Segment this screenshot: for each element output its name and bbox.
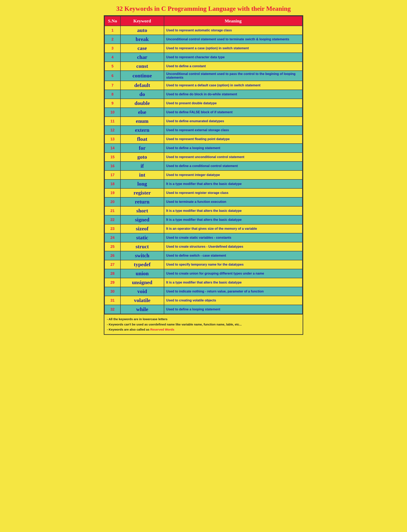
cell-meaning: It is a type modifier that alters the ba… — [164, 179, 302, 188]
cell-sno: 13 — [105, 135, 120, 144]
table-row: 14forUsed to define a looping statement — [105, 144, 302, 153]
table-row: 12externUsed to represent external stora… — [105, 126, 302, 135]
table-row: 13floatUsed to represent floating point … — [105, 135, 302, 144]
cell-meaning: Unconditional control statement used to … — [164, 35, 302, 44]
cell-sno: 16 — [105, 161, 120, 170]
table-row: 11enumUsed to define enumarated datatype… — [105, 117, 302, 126]
cell-meaning: Used to indicate nothing - return value,… — [164, 287, 302, 296]
page-title: 32 Keywords in C Programming Language wi… — [104, 2, 303, 15]
cell-sno: 18 — [105, 179, 120, 188]
footer-line2: - Keywords can't be used as userdefined … — [107, 322, 300, 327]
cell-meaning: Used to represent external storage class — [164, 126, 302, 135]
cell-meaning: Used to present double datatype — [164, 99, 302, 108]
cell-keyword: void — [120, 287, 164, 296]
cell-keyword: char — [120, 53, 164, 62]
table-row: 18longIt is a type modifier that alters … — [105, 179, 302, 188]
cell-sno: 15 — [105, 153, 120, 161]
cell-meaning: Used to represent a default case (option… — [164, 81, 302, 90]
cell-sno: 11 — [105, 117, 120, 126]
cell-sno: 28 — [105, 269, 120, 278]
cell-keyword: signed — [120, 215, 164, 224]
cell-meaning: Used to represent a case (option) in swi… — [164, 44, 302, 53]
cell-meaning: Used to define a looping statement — [164, 305, 302, 314]
table-row: 29unsignedIt is a type modifier that alt… — [105, 278, 302, 287]
cell-keyword: for — [120, 144, 164, 153]
cell-meaning: Used to represent floating point datatyp… — [164, 135, 302, 144]
table-row: 1autoUsed to represent automatic storage… — [105, 26, 302, 35]
cell-meaning: Used to define enumarated datatypes — [164, 117, 302, 126]
cell-sno: 22 — [105, 215, 120, 224]
cell-keyword: goto — [120, 153, 164, 161]
cell-keyword: double — [120, 99, 164, 108]
table-row: 6continueUnconditional control statement… — [105, 71, 302, 81]
table-row: 10elseUsed to define FALSE block of if s… — [105, 108, 302, 117]
cell-keyword: auto — [120, 26, 164, 35]
cell-sno: 26 — [105, 251, 120, 260]
table-row: 28unionUsed to create union for grouping… — [105, 269, 302, 278]
cell-keyword: return — [120, 197, 164, 206]
header-keyword: Keyword — [120, 16, 164, 26]
cell-meaning: Used to define switch - case statement — [164, 251, 302, 260]
cell-meaning: Used to define FALSE block of if stateme… — [164, 108, 302, 117]
cell-meaning: Used to represent unconditional control … — [164, 153, 302, 161]
cell-meaning: Used to represent integer datatype — [164, 170, 302, 179]
footer-line1: - All the keywords are in lowercase lett… — [107, 316, 300, 322]
table-row: 4charUsed to represent character data ty… — [105, 53, 302, 62]
table-row: 23sizeofIt is an operator that gives siz… — [105, 224, 302, 233]
table-row: 8doUsed to define do block in do-while s… — [105, 90, 302, 99]
header-sno: S.No — [105, 16, 120, 26]
cell-sno: 30 — [105, 287, 120, 296]
cell-keyword: break — [120, 35, 164, 44]
cell-meaning: It is a type modifier that alters the ba… — [164, 206, 302, 215]
cell-meaning: Used to create structures - Userdefined … — [164, 242, 302, 251]
cell-meaning: Used to create union for grouping differ… — [164, 269, 302, 278]
table-row: 15gotoUsed to represent unconditional co… — [105, 153, 302, 161]
table-row: 31volatileUsed to creating volatile obje… — [105, 296, 302, 305]
cell-meaning: Used to create static variables - consta… — [164, 233, 302, 242]
cell-meaning: It is a type modifier that alters the ba… — [164, 215, 302, 224]
cell-keyword: sizeof — [120, 224, 164, 233]
cell-meaning: Used to define do block in do-while stat… — [164, 90, 302, 99]
cell-sno: 14 — [105, 144, 120, 153]
footer-line3: - Keywords are also called as Reserved W… — [107, 327, 300, 332]
cell-sno: 10 — [105, 108, 120, 117]
cell-meaning: Used to define a constant — [164, 62, 302, 71]
cell-keyword: static — [120, 233, 164, 242]
table-row: 19registerUsed to represent register sto… — [105, 188, 302, 197]
cell-sno: 9 — [105, 99, 120, 108]
cell-keyword: extern — [120, 126, 164, 135]
cell-meaning: It is an operator that gives size of the… — [164, 224, 302, 233]
cell-keyword: while — [120, 305, 164, 314]
table-header-row: S.No Keyword Meaning — [105, 16, 302, 26]
cell-keyword: do — [120, 90, 164, 99]
cell-sno: 32 — [105, 305, 120, 314]
cell-keyword: unsigned — [120, 278, 164, 287]
cell-sno: 7 — [105, 81, 120, 90]
cell-keyword: volatile — [120, 296, 164, 305]
cell-meaning: Used to represent automatic storage clas… — [164, 26, 302, 35]
table-row: 9doubleUsed to present double datatype — [105, 99, 302, 108]
cell-meaning: Used to specify temporary name for the d… — [164, 260, 302, 269]
cell-sno: 31 — [105, 296, 120, 305]
main-table-wrapper: S.No Keyword Meaning 1autoUsed to repres… — [104, 15, 303, 335]
cell-sno: 2 — [105, 35, 120, 44]
cell-keyword: switch — [120, 251, 164, 260]
cell-sno: 19 — [105, 188, 120, 197]
table-row: 22signedIt is a type modifier that alter… — [105, 215, 302, 224]
cell-keyword: continue — [120, 71, 164, 81]
table-row: 3caseUsed to represent a case (option) i… — [105, 44, 302, 53]
cell-sno: 8 — [105, 90, 120, 99]
cell-sno: 21 — [105, 206, 120, 215]
cell-keyword: float — [120, 135, 164, 144]
cell-meaning: Used to define a looping statement — [164, 144, 302, 153]
table-row: 24staticUsed to create static variables … — [105, 233, 302, 242]
table-row: 5constUsed to define a constant — [105, 62, 302, 71]
cell-keyword: struct — [120, 242, 164, 251]
table-row: 32whileUsed to define a looping statemen… — [105, 305, 302, 314]
cell-sno: 17 — [105, 170, 120, 179]
footer-line3-prefix: - Keywords are also called as — [107, 328, 150, 331]
cell-keyword: const — [120, 62, 164, 71]
cell-sno: 3 — [105, 44, 120, 53]
cell-meaning: Used to define a conditional control sta… — [164, 161, 302, 170]
cell-keyword: int — [120, 170, 164, 179]
